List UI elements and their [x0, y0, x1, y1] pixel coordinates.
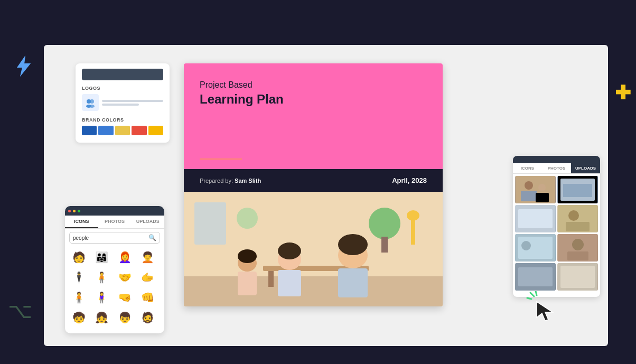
search-box[interactable]: people 🔍 — [69, 232, 160, 244]
photos-panel-titlebar — [513, 156, 600, 163]
photo-thumb-8[interactable] — [557, 263, 598, 291]
tab-uploads[interactable]: UPLOADS — [131, 216, 164, 228]
icon-cell-14[interactable]: 👧 — [92, 308, 111, 327]
tab-icons[interactable]: ICONS — [65, 216, 98, 228]
logo-row — [82, 94, 163, 111]
slide-meta: Prepared by: Sam Slith April, 2028 — [184, 169, 443, 192]
svg-rect-12 — [381, 237, 388, 253]
svg-line-52 — [527, 298, 531, 299]
deco-plus-icon: ✚ — [615, 82, 631, 104]
prepared-name: Sam Slith — [235, 178, 261, 184]
svg-point-14 — [407, 210, 419, 221]
deco-bracket-icon: ⌥ — [8, 298, 32, 322]
photos-tabs-row: ICONS PHOTOS UPLOADS — [513, 163, 600, 174]
swatch-blue — [82, 126, 97, 135]
tab-photos[interactable]: PHOTOS — [98, 216, 132, 228]
photos-tab-photos[interactable]: PHOTOS — [542, 163, 571, 173]
photo-thumb-5[interactable] — [515, 234, 556, 262]
deco-lightning-icon — [11, 53, 37, 79]
photos-grid — [513, 174, 600, 293]
icon-cell-7[interactable]: 🤝 — [115, 268, 134, 287]
prepared-label: Prepared by: — [200, 178, 233, 184]
svg-rect-34 — [563, 184, 592, 197]
svg-text:⌥: ⌥ — [8, 299, 32, 322]
icon-cell-15[interactable]: 👦 — [115, 308, 134, 327]
slide-date: April, 2028 — [392, 176, 427, 184]
photo-thumb-1[interactable] — [515, 176, 556, 203]
swatch-lightblue — [98, 126, 113, 135]
svg-rect-39 — [566, 222, 590, 231]
logos-label: LOGOS — [82, 86, 163, 91]
svg-rect-10 — [237, 208, 258, 229]
icon-search-panel: ICONS PHOTOS UPLOADS people 🔍 🧑 👨‍👩‍👧 👩‍… — [65, 206, 164, 333]
swatch-red — [132, 126, 146, 135]
photo-thumb-3[interactable] — [515, 205, 556, 232]
svg-rect-47 — [518, 267, 553, 286]
photo-thumb-6[interactable] — [557, 234, 598, 262]
slide-top: Project Based Learning Plan — [184, 63, 443, 169]
svg-point-44 — [572, 239, 584, 250]
icon-cell-2[interactable]: 👨‍👩‍👧 — [92, 248, 111, 267]
svg-rect-16 — [268, 271, 274, 287]
svg-rect-49 — [560, 266, 595, 288]
icon-cell-13[interactable]: 🧒 — [69, 308, 88, 327]
brand-panel-header-bar — [82, 69, 163, 80]
icon-cell-12[interactable]: 👊 — [138, 288, 157, 307]
icon-panel-titlebar — [65, 206, 164, 216]
icon-cell-6[interactable]: 🧍 — [92, 268, 111, 287]
svg-point-11 — [369, 208, 400, 239]
icon-cell-5[interactable]: 🕴 — [69, 268, 88, 287]
svg-rect-31 — [536, 193, 549, 202]
svg-marker-53 — [537, 302, 553, 321]
close-dot — [68, 210, 71, 212]
svg-marker-1 — [17, 55, 31, 77]
swatch-yellow — [115, 126, 130, 135]
slide-prepared-by: Prepared by: Sam Slith — [200, 178, 261, 184]
svg-rect-29 — [521, 191, 537, 201]
svg-point-30 — [538, 184, 546, 191]
icon-cell-10[interactable]: 🧍‍♀️ — [92, 288, 111, 307]
brand-colors-label: BRAND COLORS — [82, 117, 163, 123]
cursor-indicator — [526, 291, 558, 325]
svg-point-4 — [90, 99, 94, 104]
photos-tab-icons[interactable]: ICONS — [513, 163, 542, 173]
svg-line-51 — [536, 291, 537, 295]
slide-title: Learning Plan — [200, 92, 427, 107]
photo-thumb-2[interactable] — [557, 176, 598, 203]
icon-cell-16[interactable]: 🧔 — [138, 308, 157, 327]
photos-panel: ICONS PHOTOS UPLOADS — [513, 156, 600, 297]
svg-rect-25 — [238, 272, 257, 295]
icon-cell-3[interactable]: 👩‍🦰 — [115, 248, 134, 267]
icon-tabs-row: ICONS PHOTOS UPLOADS — [65, 216, 164, 229]
svg-point-28 — [525, 181, 533, 190]
main-area: LOGOS BRAND COLORS — [44, 45, 608, 346]
slide-subtitle: Project Based — [200, 80, 427, 90]
icon-cell-9[interactable]: 🧍 — [69, 288, 88, 307]
svg-rect-8 — [184, 276, 443, 306]
photos-tab-uploads[interactable]: UPLOADS — [571, 163, 600, 173]
icon-cell-4[interactable]: 🧑‍🦱 — [138, 248, 157, 267]
svg-point-6 — [89, 105, 95, 108]
svg-point-42 — [521, 241, 531, 250]
minimize-dot — [73, 210, 76, 212]
maximize-dot — [78, 210, 80, 212]
photo-thumb-4[interactable] — [557, 205, 598, 232]
slide-image — [184, 192, 443, 306]
swatch-gold — [148, 126, 163, 135]
svg-rect-9 — [194, 202, 226, 245]
svg-rect-45 — [567, 251, 588, 260]
photo-thumb-7[interactable] — [515, 263, 556, 291]
svg-point-20 — [278, 242, 301, 259]
slide-divider — [200, 158, 242, 160]
svg-point-38 — [568, 210, 579, 221]
icon-grid: 🧑 👨‍👩‍👧 👩‍🦰 🧑‍🦱 🕴 🧍 🤝 🫱 🧍 🧍‍♀️ 🤜 👊 🧒 👧 👦… — [65, 247, 164, 328]
icon-cell-8[interactable]: 🫱 — [138, 268, 157, 287]
color-swatches — [82, 126, 163, 135]
icon-cell-1[interactable]: 🧑 — [69, 248, 88, 267]
logo-icon — [82, 94, 99, 111]
slide-container: Project Based Learning Plan Prepared by:… — [184, 63, 443, 306]
search-icon[interactable]: 🔍 — [148, 234, 156, 241]
icon-cell-11[interactable]: 🤜 — [115, 288, 134, 307]
svg-point-23 — [338, 234, 368, 255]
svg-point-26 — [238, 249, 257, 263]
